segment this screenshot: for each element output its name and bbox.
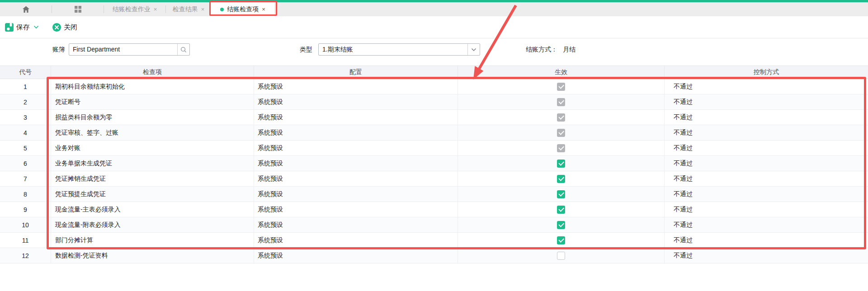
effective-checkbox <box>557 113 565 122</box>
tab-check-result[interactable]: 检查结果 × <box>166 2 211 16</box>
column-header-1[interactable]: 检查项 <box>51 66 254 79</box>
cell-effective <box>458 187 665 202</box>
cell-control-method[interactable]: 不通过 <box>665 202 868 217</box>
cell-control-method[interactable]: 不通过 <box>665 248 868 263</box>
cell-code: 7 <box>0 171 51 186</box>
tab-bar: 结账检查作业 × 检查结果 × 结账检查项 × <box>0 2 868 16</box>
home-icon <box>22 6 30 13</box>
app-menu-button[interactable] <box>52 2 104 16</box>
cell-check-item: 现金流量-主表必须录入 <box>51 202 254 217</box>
table-row[interactable]: 4凭证审核、签字、过账系统预设不通过 <box>0 125 868 141</box>
account-book-label: 账簿 <box>52 43 65 56</box>
table-row[interactable]: 3损益类科目余额为零系统预设不通过 <box>0 110 868 125</box>
cell-effective <box>458 217 665 232</box>
cell-control-method[interactable]: 不通过 <box>665 187 868 202</box>
chevron-down-icon <box>471 48 476 52</box>
cell-effective <box>458 110 665 125</box>
cell-control-method[interactable]: 不通过 <box>665 110 868 125</box>
cell-check-item: 部门分摊计算 <box>51 233 254 248</box>
table-row[interactable]: 5业务对账系统预设不通过 <box>0 141 868 156</box>
app-window: 结账检查作业 × 检查结果 × 结账检查项 × 保存 <box>0 0 868 291</box>
effective-checkbox[interactable] <box>557 252 565 260</box>
cell-config: 系统预设 <box>254 202 458 217</box>
table-row[interactable]: 9现金流量-主表必须录入系统预设不通过 <box>0 202 868 217</box>
cell-control-method[interactable]: 不通过 <box>665 79 868 94</box>
type-dropdown-button[interactable] <box>467 44 480 55</box>
cell-check-item: 业务对账 <box>51 141 254 155</box>
cell-code: 9 <box>0 202 51 217</box>
cell-effective <box>458 233 665 248</box>
table-row[interactable]: 6业务单据未生成凭证系统预设不通过 <box>0 156 868 171</box>
cell-config: 系统预设 <box>254 233 458 248</box>
cell-check-item: 凭证摊销生成凭证 <box>51 171 254 186</box>
save-label: 保存 <box>16 23 30 32</box>
cell-code: 11 <box>0 233 51 248</box>
effective-checkbox <box>557 83 565 91</box>
table-row[interactable]: 2凭证断号系统预设不通过 <box>0 94 868 110</box>
closing-method-value: 月结 <box>563 43 576 56</box>
cell-check-item: 凭证断号 <box>51 94 254 109</box>
close-label: 关闭 <box>64 23 77 32</box>
app-grid-icon <box>74 5 82 13</box>
cell-control-method[interactable]: 不通过 <box>665 217 868 232</box>
close-circle-icon <box>52 23 61 32</box>
effective-checkbox[interactable] <box>557 175 565 183</box>
cell-config: 系统预设 <box>254 248 458 263</box>
cell-check-item: 凭证审核、签字、过账 <box>51 125 254 140</box>
effective-checkbox[interactable] <box>557 160 565 168</box>
home-button[interactable] <box>0 2 52 16</box>
table-row[interactable]: 7凭证摊销生成凭证系统预设不通过 <box>0 171 868 187</box>
effective-checkbox[interactable] <box>557 236 565 244</box>
cell-code: 2 <box>0 94 51 109</box>
cell-config: 系统预设 <box>254 187 458 202</box>
effective-checkbox[interactable] <box>557 206 565 214</box>
cell-code: 1 <box>0 79 51 94</box>
tab-closing-check-job[interactable]: 结账检查作业 × <box>104 2 165 16</box>
cell-config: 系统预设 <box>254 110 458 125</box>
column-header-4[interactable]: 控制方式 <box>665 66 868 79</box>
table-row[interactable]: 1期初科目余额结束初始化系统预设不通过 <box>0 79 868 94</box>
cell-control-method[interactable]: 不通过 <box>665 125 868 140</box>
tab-close-icon[interactable]: × <box>201 6 205 13</box>
cell-config: 系统预设 <box>254 217 458 232</box>
cell-effective <box>458 141 665 155</box>
cell-control-method[interactable]: 不通过 <box>665 141 868 155</box>
tab-label: 结账检查作业 <box>113 5 151 14</box>
cell-code: 10 <box>0 217 51 232</box>
cell-effective <box>458 125 665 140</box>
save-floppy-icon <box>5 23 14 32</box>
effective-checkbox <box>557 144 565 152</box>
effective-checkbox[interactable] <box>557 221 565 229</box>
table-row[interactable]: 8凭证预提生成凭证系统预设不通过 <box>0 187 868 202</box>
table-row[interactable]: 11部门分摊计算系统预设不通过 <box>0 233 868 248</box>
table-row[interactable]: 10现金流量-附表必须录入系统预设不通过 <box>0 217 868 233</box>
effective-checkbox <box>557 98 565 106</box>
tab-label: 检查结果 <box>173 5 198 14</box>
cell-control-method[interactable]: 不通过 <box>665 94 868 109</box>
column-header-3[interactable]: 生效 <box>458 66 665 79</box>
effective-checkbox[interactable] <box>557 190 565 198</box>
toolbar: 保存 关闭 <box>0 16 868 38</box>
tab-close-icon[interactable]: × <box>154 6 157 13</box>
type-selected-value[interactable]: 1.期末结账 <box>319 44 467 55</box>
table-row[interactable]: 12数据检测-凭证资料系统预设不通过 <box>0 248 868 263</box>
save-dropdown-button[interactable] <box>33 25 39 29</box>
table-body: 1期初科目余额结束初始化系统预设不通过2凭证断号系统预设不通过3损益类科目余额为… <box>0 79 868 263</box>
close-button[interactable]: 关闭 <box>52 23 77 32</box>
cell-code: 8 <box>0 187 51 202</box>
account-book-field[interactable]: First Department <box>69 43 190 56</box>
account-book-lookup-button[interactable] <box>177 44 189 55</box>
save-button[interactable]: 保存 <box>5 23 39 32</box>
cell-control-method[interactable]: 不通过 <box>665 233 868 248</box>
cell-control-method[interactable]: 不通过 <box>665 171 868 186</box>
cell-code: 6 <box>0 156 51 171</box>
column-header-0[interactable]: 代号 <box>0 66 51 79</box>
chevron-down-icon <box>33 25 39 29</box>
cell-control-method[interactable]: 不通过 <box>665 156 868 171</box>
column-header-2[interactable]: 配置 <box>254 66 458 79</box>
tab-close-icon[interactable]: × <box>262 6 265 13</box>
filter-form: 账簿 First Department 类型 1.期末结账 结账方式： 月结 <box>0 38 868 66</box>
type-select[interactable]: 1.期末结账 <box>318 43 480 56</box>
tab-closing-check-items[interactable]: 结账检查项 × <box>211 2 274 16</box>
account-book-value[interactable]: First Department <box>69 44 177 55</box>
